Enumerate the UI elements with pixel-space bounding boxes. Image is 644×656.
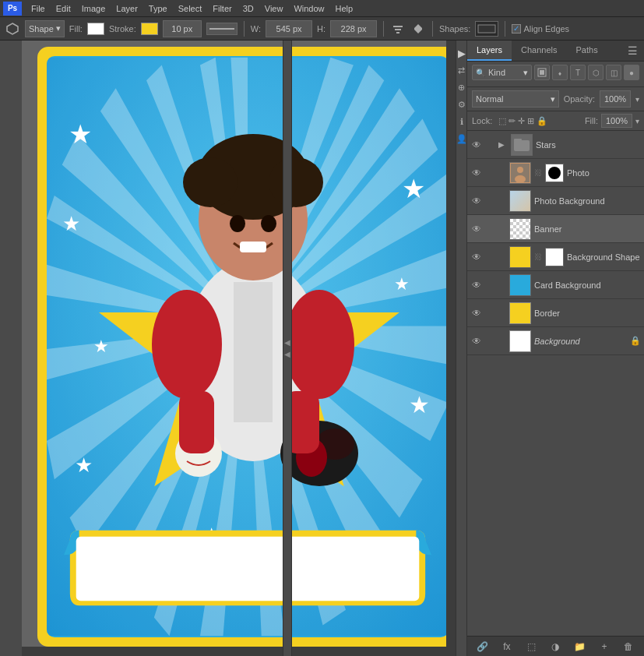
canvas-hscroll[interactable] bbox=[22, 647, 446, 656]
shape-dropdown[interactable]: Shape ▾ bbox=[25, 20, 65, 37]
star7: ★ bbox=[93, 337, 109, 357]
lock-all-icon[interactable]: 🔒 bbox=[537, 116, 547, 126]
banner-layer bbox=[64, 524, 431, 614]
menu-help[interactable]: Help bbox=[331, 2, 358, 15]
fill-value[interactable]: 100% bbox=[601, 114, 632, 128]
layer-lock-icon: 🔒 bbox=[630, 336, 641, 346]
opacity-arrow[interactable]: ▾ bbox=[635, 95, 639, 104]
layer-visibility-photo-bg[interactable]: 👁 bbox=[470, 195, 483, 207]
layer-name-bg-shape: Background Shape bbox=[567, 252, 641, 262]
layer-name-banner: Banner bbox=[534, 224, 641, 234]
stroke-color-swatch[interactable] bbox=[141, 23, 158, 35]
layer-visibility-card-bg[interactable]: 👁 bbox=[470, 279, 483, 291]
menu-filter[interactable]: Filter bbox=[208, 2, 236, 15]
svg-rect-46 bbox=[240, 242, 266, 252]
layer-visibility-banner[interactable]: 👁 bbox=[470, 223, 483, 235]
align-icon1[interactable] bbox=[390, 21, 406, 37]
svg-rect-56 bbox=[514, 140, 530, 151]
layer-item-banner[interactable]: 👁 Banner bbox=[467, 215, 644, 243]
svg-rect-1 bbox=[393, 26, 403, 27]
new-layer-btn[interactable]: + bbox=[596, 639, 612, 654]
add-mask-btn[interactable]: ⬚ bbox=[523, 639, 539, 654]
layers-panel: Layers Channels Paths ☰ 🔍 Kind ▾ ⬧ bbox=[466, 41, 644, 656]
menu-image[interactable]: Image bbox=[77, 2, 111, 15]
lock-move-icon[interactable]: ✛ bbox=[518, 116, 525, 126]
delete-layer-btn[interactable]: 🗑 bbox=[621, 639, 636, 654]
layer-visibility-stars[interactable]: 👁 bbox=[470, 139, 483, 151]
stroke-size-input[interactable] bbox=[163, 20, 202, 37]
blend-mode-dropdown[interactable]: Normal ▾ bbox=[472, 90, 559, 108]
svg-rect-51 bbox=[179, 391, 214, 453]
menu-layer[interactable]: Layer bbox=[111, 2, 143, 15]
tab-layers[interactable]: Layers bbox=[467, 41, 512, 61]
layer-item-bg-shape[interactable]: 👁 ⛓ Background Shape bbox=[467, 243, 644, 271]
layer-item-photo[interactable]: 👁 ⛓ Photo bbox=[467, 159, 644, 187]
layer-item-photo-bg[interactable]: 👁 Photo Background bbox=[467, 187, 644, 215]
menu-file[interactable]: File bbox=[26, 2, 50, 15]
svg-point-37 bbox=[152, 290, 222, 399]
svg-point-38 bbox=[284, 290, 354, 399]
menu-view[interactable]: View bbox=[260, 2, 288, 15]
lock-paint-icon[interactable]: ✏ bbox=[509, 116, 516, 126]
kind-dropdown[interactable]: 🔍 Kind ▾ bbox=[472, 65, 532, 80]
tab-paths[interactable]: Paths bbox=[567, 41, 607, 61]
tab-channels[interactable]: Channels bbox=[512, 41, 566, 61]
menu-edit[interactable]: Edit bbox=[51, 2, 76, 15]
filter-toggle-btn[interactable]: ● bbox=[624, 65, 639, 80]
star4: ★ bbox=[402, 173, 425, 204]
menu-3d[interactable]: 3D bbox=[238, 2, 259, 15]
star5: ★ bbox=[394, 274, 410, 294]
star3: ★ bbox=[75, 453, 93, 478]
tool-icon bbox=[5, 21, 20, 37]
filter-shape-btn[interactable]: ⬡ bbox=[588, 65, 604, 80]
folder-arrow-stars[interactable]: ▶ bbox=[498, 140, 508, 149]
canvas-vscroll[interactable] bbox=[446, 41, 456, 656]
shapes-preview[interactable] bbox=[475, 21, 498, 37]
svg-rect-55 bbox=[540, 70, 544, 75]
menu-window[interactable]: Window bbox=[289, 2, 329, 15]
fill-arrow[interactable]: ▾ bbox=[635, 117, 639, 125]
line-style-picker[interactable] bbox=[206, 23, 238, 35]
canvas-area[interactable]: ◀ ◀ bbox=[22, 41, 456, 656]
panel-collapse-strip[interactable]: ◀ ◀ bbox=[283, 41, 292, 656]
layer-name-border: Border bbox=[534, 309, 641, 318]
filter-pixel-btn[interactable] bbox=[534, 65, 550, 80]
filter-smart-btn[interactable]: ◫ bbox=[606, 65, 621, 80]
svg-point-59 bbox=[517, 167, 523, 173]
layer-name-stars: Stars bbox=[536, 140, 641, 150]
card-inner: ★ ★ ★ ★ ★ ★ ★ ★ bbox=[47, 56, 449, 637]
align-edges-checkbox[interactable]: ✓ Align Edges bbox=[512, 24, 569, 34]
add-style-btn[interactable]: fx bbox=[499, 639, 515, 654]
svg-rect-39 bbox=[234, 282, 273, 422]
menu-select[interactable]: Select bbox=[174, 2, 207, 15]
opacity-label: Opacity: bbox=[564, 94, 595, 104]
height-input[interactable] bbox=[330, 20, 377, 37]
filter-adjust-btn[interactable]: ⬧ bbox=[552, 65, 568, 80]
card-canvas: ★ ★ ★ ★ ★ ★ ★ ★ bbox=[37, 47, 456, 647]
panel-menu-button[interactable]: ☰ bbox=[621, 41, 644, 60]
fill-color-swatch[interactable] bbox=[87, 23, 104, 35]
layer-thumb-card-bg bbox=[509, 274, 531, 296]
opacity-value[interactable]: 100% bbox=[600, 90, 631, 108]
lock-transparent-icon[interactable]: ⬚ bbox=[498, 116, 506, 126]
layer-visibility-border[interactable]: 👁 bbox=[470, 307, 483, 319]
layer-visibility-photo[interactable]: 👁 bbox=[470, 167, 483, 179]
svg-point-43 bbox=[269, 157, 323, 207]
layer-visibility-bg-shape[interactable]: 👁 bbox=[470, 251, 483, 263]
align-icon2[interactable] bbox=[410, 21, 426, 37]
layer-item-background[interactable]: 👁 Background 🔒 bbox=[467, 327, 644, 355]
new-adjustment-btn[interactable]: ◑ bbox=[547, 639, 563, 654]
filter-type-btn[interactable]: T bbox=[570, 65, 586, 80]
layer-visibility-background[interactable]: 👁 bbox=[470, 335, 483, 347]
link-layers-btn[interactable]: 🔗 bbox=[475, 639, 491, 654]
svg-point-61 bbox=[548, 167, 561, 179]
separator4 bbox=[505, 21, 505, 37]
width-input[interactable] bbox=[266, 20, 312, 37]
layer-chain-bg-shape: ⛓ bbox=[534, 252, 542, 261]
new-group-btn[interactable]: 📁 bbox=[572, 639, 588, 654]
menu-type[interactable]: Type bbox=[144, 2, 172, 15]
layer-item-card-bg[interactable]: 👁 Card Background bbox=[467, 271, 644, 299]
layer-item-stars[interactable]: 👁 ▶ Stars bbox=[467, 131, 644, 159]
lock-artboard-icon[interactable]: ⊞ bbox=[527, 116, 534, 126]
layer-item-border[interactable]: 👁 Border bbox=[467, 299, 644, 327]
